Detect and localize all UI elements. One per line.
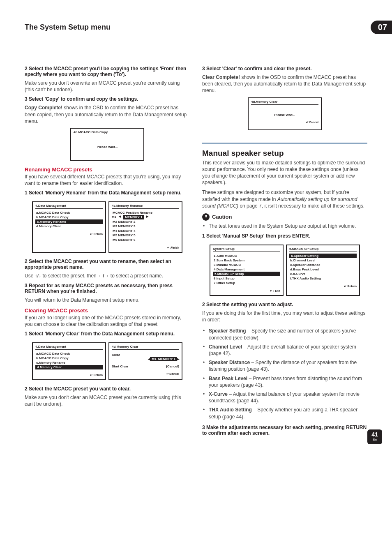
bullet-bold: Speaker Distance — [209, 360, 250, 365]
osd-row: Clear — [112, 353, 179, 357]
osd-manual-sp-setup: 5.Manual SP Setup a.Speaker Setting b.Ch… — [286, 245, 360, 296]
txt: to select the preset, then — [42, 273, 98, 279]
caution-list: The test tones used in the System Setup … — [202, 222, 367, 231]
rename-heading: Renaming MCACC presets — [25, 166, 190, 173]
osd-title: 4c.Memory Rename — [112, 204, 179, 209]
osd-foot-text: :Return — [92, 374, 103, 376]
osd-title: 5.Manual SP Setup — [289, 247, 357, 252]
list-item: Channel Level – Adjust the overall balan… — [208, 342, 367, 358]
osd-item: b.MCACC Data Copy — [35, 215, 103, 219]
caution-label: Caution — [212, 214, 232, 220]
txt: on page 7, it isn't necessary to make al… — [240, 203, 364, 209]
osd-foot: ↵:Return — [35, 374, 103, 377]
osd-item: 7.Other Setup — [213, 281, 280, 285]
osd-wait: Please Wait... — [74, 145, 141, 149]
copy-complete-label: Copy Complete! — [25, 105, 62, 111]
bullet-bold: THX Audio Setting — [209, 407, 252, 413]
bullet-bold: Bass Peak Level — [209, 376, 247, 381]
osd-item: c.Speaker Distance — [289, 263, 357, 267]
osd-selected: M1. MEMORY 1 — [150, 357, 177, 361]
caution-bullet: The test tones used in the System Setup … — [208, 222, 367, 231]
txt: to select a preset name. — [111, 273, 163, 279]
list-item: Speaker Setting – Specify the size and n… — [208, 326, 367, 342]
osd-item: 2.Surr Back System — [213, 258, 280, 263]
osd-title: 4d.Memory Clear — [251, 100, 318, 105]
page-title: The System Setup menu — [25, 23, 371, 32]
osd-item: M4 MEMORY 4 — [112, 229, 179, 233]
page-lang: En — [367, 438, 382, 441]
clear-step1: 1 Select 'Memory Clear' from the Data Ma… — [25, 331, 190, 337]
mss-step3: 3 Make the adjustments necessary for eac… — [202, 425, 367, 436]
osd-title: 4.Data Management — [35, 204, 103, 209]
mss-intro1: This receiver allows you to make detaile… — [202, 159, 367, 186]
mss-intro2: These settings are designed to customize… — [202, 189, 367, 209]
rename-step2-body: Use ↑/↓ to select the preset, then ←/→ t… — [25, 272, 190, 279]
clear-intro: If you are no longer using one of the MC… — [25, 314, 190, 328]
osd-foot: ↵:Return — [35, 233, 103, 236]
manual-speaker-heading: Manual speaker setup — [202, 149, 367, 158]
txt: Use — [25, 273, 35, 279]
osd-row: Start Clear [Cancel] — [112, 365, 179, 368]
osd-foot-text: :Return — [92, 233, 103, 235]
osd-title: 4b.MCACC Data Copy — [74, 130, 141, 135]
osd-item: a.MCACC Data Check — [35, 210, 103, 215]
osd-label: [Cancel] — [166, 365, 179, 368]
osd-foot-text: :Cancel — [169, 372, 179, 375]
left-step2-body: Make sure you don't overwrite an MCACC p… — [25, 80, 190, 93]
bullet-text: – Adjust the tonal balance of your speak… — [209, 391, 360, 404]
osd-memory-clear-wait: 4d.Memory Clear Please Wait... ↵:Cancel — [248, 97, 322, 130]
osd-wait: Please Wait... — [251, 113, 318, 117]
rename-step3-body: You will return to the Data Management s… — [25, 297, 190, 303]
osd-foot-text: : Exit — [272, 289, 280, 292]
list-item: Speaker Distance – Specify the distance … — [208, 358, 367, 374]
osd-foot: ↵:Return — [289, 285, 357, 288]
right-step3-body: Clear Complete! shows in the OSD to conf… — [202, 74, 367, 94]
page-number: 41 — [371, 431, 378, 438]
chapter-number: 07 — [371, 21, 392, 34]
osd-item: M6 MEMORY 6 — [112, 238, 179, 242]
osd-foot-text: :Return — [346, 285, 357, 288]
osd-mcacc-copy: 4b.MCACC Data Copy Please Wait... — [70, 128, 144, 161]
osd-item: M2 MEMORY 2 — [112, 219, 179, 224]
osd-memory-rename: 4c.Memory Rename MCACC Position Rename M… — [108, 201, 182, 253]
rename-step1: 1 Select 'Memory Rename' from the Data M… — [25, 190, 190, 196]
rename-step2: 2 Select the MCACC preset you want to re… — [25, 259, 190, 270]
osd-item-selected: 5.Manual SP Setup — [213, 272, 280, 276]
osd-item: M3 MEMORY 3 — [112, 224, 179, 229]
osd-item: c.Memory Rename — [35, 360, 103, 365]
osd-item: M5 MEMORY 5 — [112, 233, 179, 238]
osd-item: b.MCACC Data Copy — [35, 356, 103, 360]
osd-title: 4.Data Management — [35, 345, 103, 350]
bullet-bold: X-Curve — [209, 391, 228, 397]
osd-subtitle: MCACC Position Rename — [112, 210, 179, 215]
left-column: 2 Select the MCACC preset you'll be copy… — [25, 63, 190, 439]
mss-step2-body: If you are doing this for the first time… — [202, 310, 367, 323]
osd-selected: MEMORY 1 — [123, 215, 144, 219]
osd-data-management: 4.Data Management a.MCACC Data Check b.M… — [32, 201, 106, 253]
osd-label: Start Clear — [112, 365, 128, 368]
osd-label: Clear — [112, 353, 120, 357]
osd-system-setup: System Setup 1.Auto MCACC 2.Surr Back Sy… — [210, 245, 284, 296]
left-right-arrow-icon: ←/→ — [98, 273, 109, 279]
osd-row: M1◀MEMORY 1▶ — [112, 215, 179, 219]
list-item: THX Audio Setting – Specify whether you … — [208, 405, 367, 421]
osd-item: b.Channel Level — [289, 258, 357, 263]
osd-row: ◀M1. MEMORY 1▶ — [112, 357, 179, 361]
clear-step2-body: Make sure you don't clear an MCACC prese… — [25, 394, 190, 407]
mss-step1: 1 Select 'Manual SP Setup' then press EN… — [202, 233, 367, 239]
caution-icon — [202, 213, 210, 221]
osd-foot-text: :Cancel — [308, 121, 318, 124]
list-item: X-Curve – Adjust the tonal balance of yo… — [208, 390, 367, 405]
osd-title: System Setup — [213, 247, 280, 252]
osd-item: f.THX Audio Setting — [289, 276, 357, 281]
clear-step2: 2 Select the MCACC preset you want to cl… — [25, 386, 190, 392]
osd-item: a.MCACC Data Check — [35, 351, 103, 356]
settings-list: Speaker Setting – Specify the size and n… — [202, 326, 367, 421]
osd-foot: ↵ : Exit — [213, 289, 280, 293]
up-down-arrow-icon: ↑/↓ — [35, 273, 41, 279]
list-item: Bass Peak Level – Prevent bass tones fro… — [208, 374, 367, 390]
osd-item-selected: d.Memory Clear — [35, 365, 103, 369]
right-column: 3 Select 'Clear' to confirm and clear th… — [202, 63, 367, 439]
page-header: The System Setup menu 07 — [25, 21, 367, 34]
left-step3: 3 Select 'Copy' to confirm and copy the … — [25, 96, 190, 102]
